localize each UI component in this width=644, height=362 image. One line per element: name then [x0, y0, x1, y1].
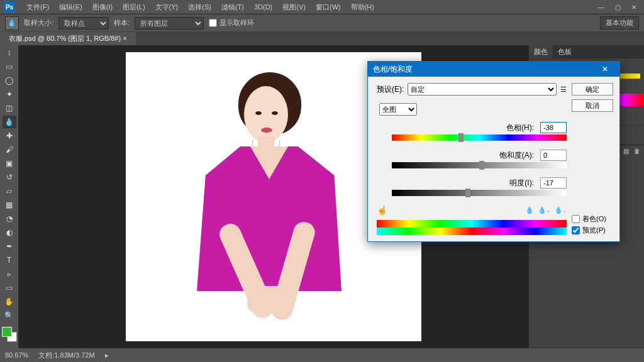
hue-saturation-dialog: 色相/饱和度 ✕ 预设(E): 自定 ☰ 全图 色相(H): 饱和度(A): 明… — [367, 61, 620, 242]
targeted-adjust-icon[interactable]: ☝ — [377, 205, 387, 215]
swatches-tab[interactable]: 色板 — [553, 45, 577, 58]
window-controls: — ▢ ✕ — [594, 2, 644, 12]
show-sample-ring-checkbox[interactable]: 显示取样环 — [209, 18, 254, 28]
hand-tool[interactable]: ✋ — [3, 295, 16, 308]
wand-tool[interactable]: ✦ — [3, 88, 16, 101]
preset-label: 预设(E): — [377, 84, 404, 95]
path-select-tool[interactable]: ▹ — [3, 268, 16, 280]
eraser-tool[interactable]: ▱ — [3, 185, 16, 197]
hue-bar-after — [377, 228, 567, 235]
saturation-slider[interactable] — [392, 162, 567, 168]
workspace-switcher[interactable]: 基本功能 — [600, 16, 639, 30]
status-bar: 80.67% 文档:1.83M/3.72M ▸ — [0, 348, 644, 362]
color-tab[interactable]: 颜色 — [529, 45, 553, 58]
move-tool[interactable]: ↕ — [3, 47, 16, 59]
fg-bg-swatches[interactable] — [2, 327, 17, 342]
hue-label: 色相(H): — [506, 123, 534, 133]
hue-input[interactable] — [540, 122, 567, 133]
options-bar: 💧 取样大小: 取样点 样本: 所有图层 显示取样环 基本功能 — [0, 14, 644, 31]
dialog-titlebar[interactable]: 色相/饱和度 ✕ — [368, 62, 619, 77]
sample-layers-label: 样本: — [114, 18, 130, 28]
close-tab-icon[interactable]: × — [123, 35, 126, 42]
sample-size-label: 取样大小: — [24, 18, 53, 28]
new-layer-icon[interactable]: ▤ — [623, 148, 629, 155]
close-button[interactable]: ✕ — [626, 2, 641, 12]
dialog-title: 色相/饱和度 — [373, 64, 413, 75]
maximize-button[interactable]: ▢ — [610, 2, 625, 12]
toolbox: ↕ ▭ ◯ ✦ ◫ 💧 ✚ 🖌 ▣ ↺ ▱ ▦ ◔ ◐ ✒ T ▹ ▭ ✋ 🔍 — [0, 45, 19, 348]
colorize-checkbox[interactable]: 着色(O) — [572, 214, 613, 224]
menu-edit[interactable]: 编辑(E) — [54, 1, 87, 14]
gradient-tool[interactable]: ▦ — [3, 199, 16, 211]
lightness-input[interactable] — [540, 177, 567, 189]
preset-menu-icon[interactable]: ☰ — [560, 85, 567, 94]
dodge-tool[interactable]: ◐ — [3, 226, 16, 239]
menu-image[interactable]: 图像(I) — [87, 1, 118, 14]
minimize-button[interactable]: — — [594, 2, 609, 12]
lightness-label: 明度(I): — [509, 178, 534, 189]
menu-view[interactable]: 视图(V) — [277, 1, 311, 14]
preset-select[interactable]: 自定 — [408, 83, 557, 96]
cancel-button[interactable]: 取消 — [572, 99, 613, 112]
menu-filter[interactable]: 滤镜(T) — [216, 1, 249, 14]
zoom-tool[interactable]: 🔍 — [3, 309, 16, 322]
dialog-close-button[interactable]: ✕ — [596, 65, 614, 74]
heal-tool[interactable]: ✚ — [3, 129, 16, 142]
eyedropper-add-icon[interactable]: 💧₊ — [538, 206, 550, 214]
color-pickers: 💧 💧₊ 💧₋ — [525, 206, 567, 214]
model-figure — [242, 72, 305, 135]
menu-type[interactable]: 文字(Y) — [150, 1, 184, 14]
document-tab[interactable]: 衣服.psd @ 80.7% (图层 1, RGB/8#) × — [0, 32, 136, 45]
pen-tool[interactable]: ✒ — [3, 240, 16, 253]
doc-size-display: 文档:1.83M/3.72M — [38, 351, 94, 360]
lasso-tool[interactable]: ◯ — [3, 74, 16, 87]
current-tool-icon[interactable]: 💧 — [5, 16, 19, 30]
sample-layers-select[interactable]: 所有图层 — [135, 17, 204, 30]
saturation-input[interactable] — [540, 150, 567, 161]
menu-layer[interactable]: 图层(L) — [118, 1, 150, 14]
menu-3d[interactable]: 3D(D) — [249, 1, 277, 13]
type-tool[interactable]: T — [3, 254, 16, 266]
menu-window[interactable]: 窗口(W) — [311, 1, 346, 14]
status-chevron-icon[interactable]: ▸ — [105, 351, 109, 359]
sample-size-select[interactable]: 取样点 — [58, 17, 109, 30]
marquee-tool[interactable]: ▭ — [3, 60, 16, 73]
blur-tool[interactable]: ◔ — [3, 212, 16, 225]
trash-icon[interactable]: 🗑 — [634, 148, 640, 155]
eyedropper-subtract-icon[interactable]: 💧₋ — [554, 206, 567, 214]
ok-button[interactable]: 确定 — [572, 83, 613, 96]
menu-select[interactable]: 选择(S) — [183, 1, 216, 14]
saturation-label: 饱和度(A): — [499, 150, 534, 161]
stamp-tool[interactable]: ▣ — [3, 157, 16, 170]
hue-bar-before — [377, 220, 567, 228]
history-brush-tool[interactable]: ↺ — [3, 171, 16, 184]
brush-tool[interactable]: 🖌 — [3, 143, 16, 156]
shape-tool[interactable]: ▭ — [3, 282, 16, 294]
lightness-slider[interactable] — [392, 190, 567, 196]
channel-select[interactable]: 全图 — [379, 103, 417, 116]
eyedropper-icon[interactable]: 💧 — [525, 206, 534, 214]
menu-help[interactable]: 帮助(H) — [346, 1, 379, 14]
eyedropper-tool[interactable]: 💧 — [3, 116, 16, 128]
zoom-display[interactable]: 80.67% — [5, 351, 28, 359]
crop-tool[interactable]: ◫ — [3, 102, 16, 114]
menu-bar: Ps 文件(F) 编辑(E) 图像(I) 图层(L) 文字(Y) 选择(S) 滤… — [0, 0, 644, 14]
menu-file[interactable]: 文件(F) — [21, 1, 54, 14]
hue-slider[interactable] — [392, 134, 567, 141]
preview-checkbox[interactable]: 预览(P) — [572, 226, 613, 235]
document-tab-strip: 衣服.psd @ 80.7% (图层 1, RGB/8#) × — [0, 31, 644, 45]
app-logo: Ps — [4, 1, 15, 13]
